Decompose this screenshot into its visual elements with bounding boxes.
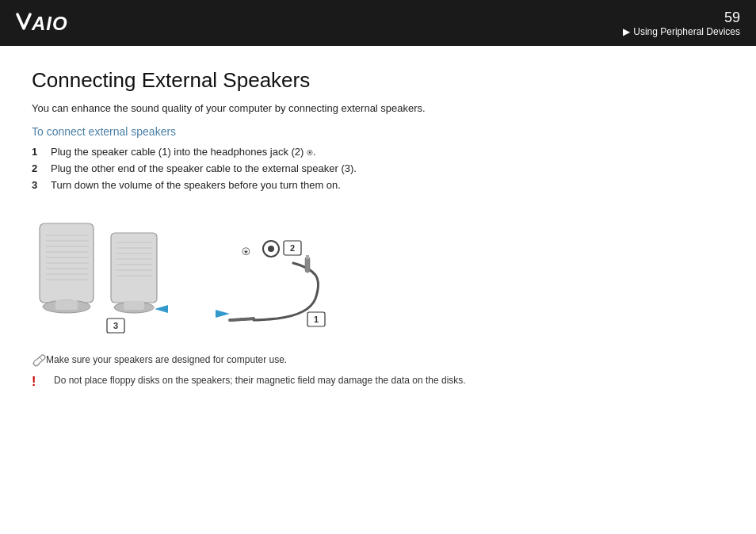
cable-jack-svg: ⍟ 2 1: [198, 216, 436, 338]
note-item: Make sure your speakers are designed for…: [32, 354, 724, 367]
step-number-1: 1: [32, 146, 51, 158]
steps-list: 1 Plug the speaker cable (1) into the he…: [32, 146, 724, 191]
step-item-1: 1 Plug the speaker cable (1) into the he…: [32, 146, 724, 158]
step-number-2: 2: [32, 162, 51, 174]
svg-text:3: 3: [113, 321, 118, 330]
step-item-2: 2 Plug the other end of the speaker cabl…: [32, 162, 724, 174]
step-number-3: 3: [32, 179, 51, 191]
svg-rect-32: [306, 255, 309, 259]
arrow-icon: ▶: [623, 26, 630, 37]
page-header: AIO 59 ▶Using Peripheral Devices: [0, 0, 756, 46]
diagram-illustration: 3 ⍟ 2 1: [32, 204, 724, 338]
logo-area: AIO: [16, 11, 87, 35]
svg-marker-23: [155, 305, 168, 313]
header-right: 59 ▶Using Peripheral Devices: [623, 10, 740, 37]
warning-item: ! Do not place floppy disks on the speak…: [32, 375, 724, 389]
note-icon: [32, 354, 46, 367]
step-text-3: Turn down the volume of the speakers bef…: [51, 179, 341, 191]
warning-icon: !: [32, 375, 48, 389]
warning-text: Do not place floppy disks on the speaker…: [54, 375, 466, 386]
step-item-3: 3 Turn down the volume of the speakers b…: [32, 179, 724, 191]
svg-rect-12: [55, 300, 78, 310]
notes-section: Make sure your speakers are designed for…: [32, 354, 724, 389]
section-title: ▶Using Peripheral Devices: [623, 26, 740, 37]
svg-text:2: 2: [290, 243, 295, 253]
sub-section-title: To connect external speakers: [32, 125, 724, 138]
speakers-svg: 3: [32, 216, 214, 338]
main-content: Connecting External Speakers You can enh…: [0, 46, 756, 413]
svg-text:1: 1: [314, 315, 319, 324]
svg-text:AIO: AIO: [31, 13, 68, 34]
vaio-logo: AIO: [16, 11, 87, 35]
intro-paragraph: You can enhance the sound quality of you…: [32, 102, 724, 114]
note-text: Make sure your speakers are designed for…: [46, 354, 287, 365]
step-text-2: Plug the other end of the speaker cable …: [51, 162, 357, 174]
step-text-1: Plug the speaker cable (1) into the head…: [51, 146, 316, 158]
svg-rect-13: [111, 233, 157, 303]
svg-line-36: [40, 357, 43, 360]
page-title: Connecting External Speakers: [32, 68, 724, 93]
svg-point-28: [268, 246, 274, 252]
svg-marker-35: [216, 310, 230, 318]
svg-rect-22: [124, 301, 144, 310]
svg-text:⍟: ⍟: [242, 242, 250, 258]
page-number: 59: [724, 10, 740, 26]
